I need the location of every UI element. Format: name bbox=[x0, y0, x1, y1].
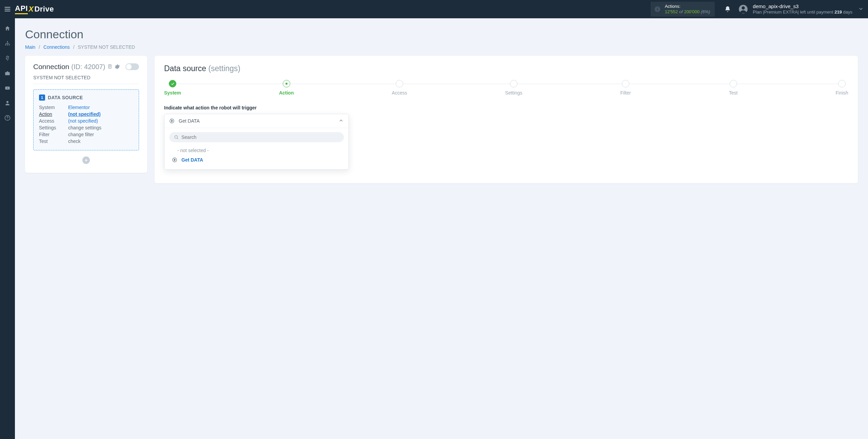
actions-usage[interactable]: Actions: 12'552 of 200'000 (6%) bbox=[651, 2, 715, 16]
step-access[interactable]: Access bbox=[392, 80, 407, 96]
actions-limit: 200'000 bbox=[684, 9, 699, 14]
logo-x-icon: X bbox=[28, 5, 34, 14]
row-test-value[interactable]: check bbox=[68, 139, 81, 144]
action-field-label: Indicate what action the robot will trig… bbox=[164, 105, 848, 110]
svg-rect-4 bbox=[657, 8, 658, 11]
connection-id: (ID: 42007) bbox=[71, 63, 105, 71]
connection-heading: Connection (ID: 42007) bbox=[33, 63, 139, 71]
user-avatar[interactable] bbox=[737, 3, 749, 15]
svg-line-25 bbox=[177, 138, 178, 139]
ds-number-badge: 1 bbox=[39, 95, 45, 101]
svg-point-8 bbox=[7, 41, 8, 42]
actions-of: of bbox=[679, 9, 684, 14]
action-dropdown: Get DATA - not selected - bbox=[164, 114, 349, 170]
step-finish[interactable]: Finish bbox=[836, 80, 848, 96]
add-destination-button[interactable]: + bbox=[82, 156, 90, 164]
row-settings-label: Settings bbox=[39, 125, 68, 130]
action-dropdown-panel: - not selected - Get DATA bbox=[164, 128, 349, 169]
page-title: Connection bbox=[25, 28, 858, 41]
action-option-get-data[interactable]: Get DATA bbox=[169, 155, 344, 165]
svg-point-17 bbox=[7, 119, 8, 120]
wizard-stepper: System Action Access Settings Filter Tes… bbox=[164, 80, 848, 96]
settings-card: Data source (settings) System Action Acc… bbox=[155, 56, 858, 183]
settings-heading: Data source (settings) bbox=[164, 64, 848, 73]
user-menu-caret[interactable] bbox=[858, 6, 864, 13]
breadcrumb: Main / Connections / SYSTEM NOT SELECTED bbox=[25, 44, 858, 50]
chevron-up-icon bbox=[338, 118, 344, 124]
sidebar-home[interactable] bbox=[0, 22, 15, 35]
svg-marker-27 bbox=[174, 159, 176, 161]
sidebar bbox=[0, 18, 15, 439]
copy-icon[interactable] bbox=[107, 64, 113, 69]
svg-marker-23 bbox=[172, 120, 173, 122]
connection-toggle[interactable] bbox=[125, 63, 139, 70]
connection-subhead: SYSTEM NOT SELECTED bbox=[33, 71, 139, 84]
step-test[interactable]: Test bbox=[729, 80, 738, 96]
breadcrumb-main[interactable]: Main bbox=[25, 44, 35, 50]
sidebar-help[interactable] bbox=[0, 111, 15, 125]
actions-pct: (6%) bbox=[701, 9, 710, 14]
step-settings[interactable]: Settings bbox=[505, 80, 522, 96]
brand-logo[interactable]: APIXDrive bbox=[15, 4, 54, 14]
breadcrumb-current: SYSTEM NOT SELECTED bbox=[78, 44, 135, 50]
svg-point-10 bbox=[7, 44, 8, 45]
user-info[interactable]: demo_apix-drive_s3 Plan |Premium EXTRA| … bbox=[753, 3, 852, 15]
row-action-value[interactable]: (not specified) bbox=[68, 111, 101, 117]
row-access-label: Access bbox=[39, 118, 68, 124]
sidebar-projects[interactable] bbox=[0, 66, 15, 80]
actions-used: 12'552 bbox=[665, 9, 678, 14]
breadcrumb-connections[interactable]: Connections bbox=[43, 44, 70, 50]
ds-title-text: DATA SOURCE bbox=[48, 95, 83, 100]
row-filter-label: Filter bbox=[39, 132, 68, 137]
main-content: Connection Main / Connections / SYSTEM N… bbox=[15, 18, 868, 193]
row-settings-value[interactable]: change settings bbox=[68, 125, 101, 130]
notifications-button[interactable] bbox=[722, 3, 734, 15]
svg-point-24 bbox=[175, 135, 177, 138]
row-test-label: Test bbox=[39, 139, 68, 144]
actions-label: Actions: bbox=[665, 4, 710, 9]
row-action-label: Action bbox=[39, 111, 68, 117]
data-source-box[interactable]: 1 DATA SOURCE SystemElementor Action(not… bbox=[33, 89, 139, 150]
user-name: demo_apix-drive_s3 bbox=[753, 3, 852, 9]
search-icon bbox=[174, 135, 179, 140]
logo-text: API bbox=[15, 4, 28, 13]
step-action[interactable]: Action bbox=[279, 80, 294, 96]
sidebar-account[interactable] bbox=[0, 96, 15, 110]
action-dropdown-search[interactable] bbox=[169, 132, 344, 142]
info-icon bbox=[653, 5, 662, 13]
svg-rect-12 bbox=[5, 72, 10, 75]
row-system-label: System bbox=[39, 105, 68, 110]
action-dropdown-value: Get DATA bbox=[179, 118, 334, 124]
svg-rect-5 bbox=[657, 7, 658, 8]
sidebar-video[interactable] bbox=[0, 81, 15, 95]
step-system[interactable]: System bbox=[164, 80, 181, 96]
app-header: APIXDrive Actions: 12'552 of 200'000 (6%… bbox=[0, 0, 868, 18]
gear-icon[interactable] bbox=[115, 64, 120, 69]
play-icon bbox=[169, 118, 175, 124]
row-access-value[interactable]: (not specified) bbox=[68, 118, 98, 124]
row-system-value[interactable]: Elementor bbox=[68, 105, 90, 110]
svg-point-15 bbox=[6, 101, 8, 103]
svg-point-9 bbox=[5, 44, 6, 45]
logo-text-2: Drive bbox=[34, 5, 54, 14]
sidebar-billing[interactable] bbox=[0, 51, 15, 65]
svg-point-11 bbox=[9, 44, 10, 45]
action-dropdown-toggle[interactable]: Get DATA bbox=[164, 114, 349, 128]
sidebar-connections[interactable] bbox=[0, 37, 15, 50]
connection-card: Connection (ID: 42007) SYSTEM NOT SELECT… bbox=[25, 56, 147, 173]
action-search-input[interactable] bbox=[181, 134, 339, 140]
row-filter-value[interactable]: change filter bbox=[68, 132, 94, 137]
menu-toggle[interactable] bbox=[3, 4, 12, 14]
user-plan: Plan |Premium EXTRA| left until payment … bbox=[753, 9, 852, 15]
action-option-none[interactable]: - not selected - bbox=[169, 146, 344, 155]
step-filter[interactable]: Filter bbox=[620, 80, 631, 96]
svg-point-7 bbox=[742, 6, 745, 9]
play-icon bbox=[172, 157, 178, 163]
